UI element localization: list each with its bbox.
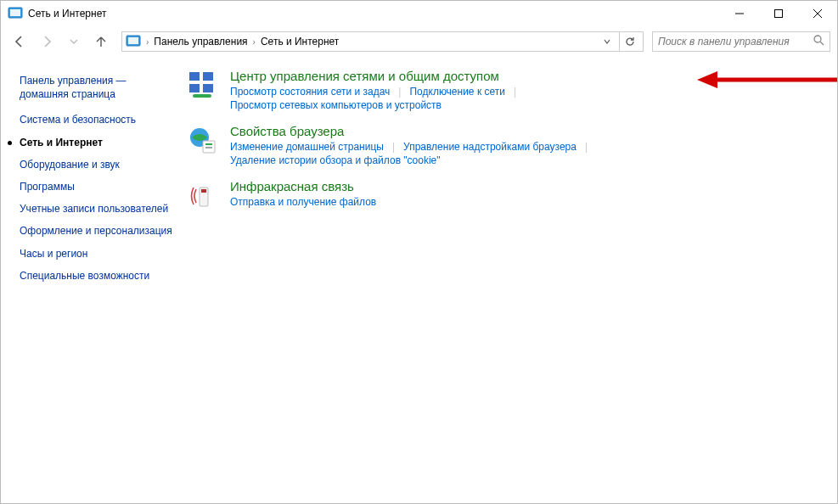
recent-locations-button[interactable] [62,30,86,53]
svg-rect-7 [128,37,138,44]
breadcrumb-root[interactable]: Панель управления [154,36,247,48]
section-network-sharing: Центр управления сетями и общим доступом… [188,69,820,112]
internet-options-title[interactable]: Свойства браузера [230,124,820,138]
window-title: Сеть и Интернет [28,8,106,20]
infrared-icon [188,181,218,211]
search-box[interactable] [652,31,830,52]
link-view-status[interactable]: Просмотр состояния сети и задач [230,85,390,98]
chevron-right-icon[interactable]: › [251,37,257,47]
control-panel-home-link[interactable]: Панель управления — домашняя страница [20,74,179,101]
breadcrumb-current[interactable]: Сеть и Интернет [261,36,339,48]
svg-rect-14 [189,84,200,92]
internet-options-icon [188,126,218,156]
sidebar-item-programs[interactable]: Программы [20,180,179,193]
sidebar-item-system-security[interactable]: Система и безопасность [20,113,179,126]
forward-button[interactable] [35,30,59,53]
cp-home-line1: Панель управления — [20,75,127,87]
address-dropdown-button[interactable] [599,37,616,47]
svg-rect-22 [201,189,206,193]
section-internet-options: Свойства браузера Изменение домашней стр… [188,124,820,167]
sidebar-item-ease-of-access[interactable]: Специальные возможности [20,269,179,283]
minimize-button[interactable] [720,1,759,26]
sidebar: Панель управления — домашняя страница Си… [1,67,179,291]
link-divider: | [390,86,409,98]
svg-rect-13 [203,72,213,81]
titlebar: Сеть и Интернет [1,1,837,26]
maximize-button[interactable] [759,1,798,26]
infrared-title[interactable]: Инфракрасная связь [230,179,820,193]
link-divider: | [576,141,596,153]
sidebar-item-user-accounts[interactable]: Учетные записи пользователей [20,202,179,216]
link-divider: | [505,86,525,98]
close-button[interactable] [798,1,837,26]
link-manage-addons[interactable]: Управление надстройками браузера [403,140,576,154]
link-change-homepage[interactable]: Изменение домашней страницы [230,140,384,154]
chevron-right-icon[interactable]: › [144,37,150,47]
svg-rect-18 [203,141,215,153]
link-send-receive-files[interactable]: Отправка и получение файлов [230,195,376,209]
svg-line-9 [820,42,824,45]
svg-rect-3 [775,10,783,18]
link-connect-network[interactable]: Подключение к сети [409,85,504,98]
sidebar-item-clock-region[interactable]: Часы и регион [20,247,179,260]
sidebar-item-appearance[interactable]: Оформление и персонализация [20,224,179,238]
svg-rect-15 [203,84,213,92]
sidebar-item-hardware-sound[interactable]: Оборудование и звук [20,158,179,171]
search-icon[interactable] [813,35,824,48]
link-view-computers[interactable]: Просмотр сетевых компьютеров и устройств [230,98,441,112]
refresh-button[interactable] [619,32,639,51]
control-panel-icon [126,34,141,49]
svg-rect-12 [189,72,200,81]
content: Панель управления — домашняя страница Си… [1,57,837,291]
control-panel-icon [8,6,23,21]
link-divider: | [384,141,403,153]
address-bar[interactable]: › Панель управления › Сеть и Интернет [121,31,644,52]
network-sharing-icon [188,70,218,101]
navbar: › Панель управления › Сеть и Интернет [1,26,837,57]
back-button[interactable] [8,30,31,53]
svg-point-8 [814,36,821,42]
svg-rect-1 [10,9,20,16]
window-controls [720,1,837,26]
search-input[interactable] [658,36,808,48]
cp-home-line2: домашняя страница [20,88,115,100]
sidebar-item-network-internet[interactable]: Сеть и Интернет [20,136,179,149]
up-button[interactable] [89,30,113,53]
link-delete-history[interactable]: Удаление истории обзора и файлов "cookie… [230,154,441,167]
section-infrared: Инфракрасная связь Отправка и получение … [188,179,820,211]
main-panel: Центр управления сетями и общим доступом… [179,67,837,291]
svg-rect-16 [193,94,211,98]
network-sharing-title[interactable]: Центр управления сетями и общим доступом [230,69,820,83]
